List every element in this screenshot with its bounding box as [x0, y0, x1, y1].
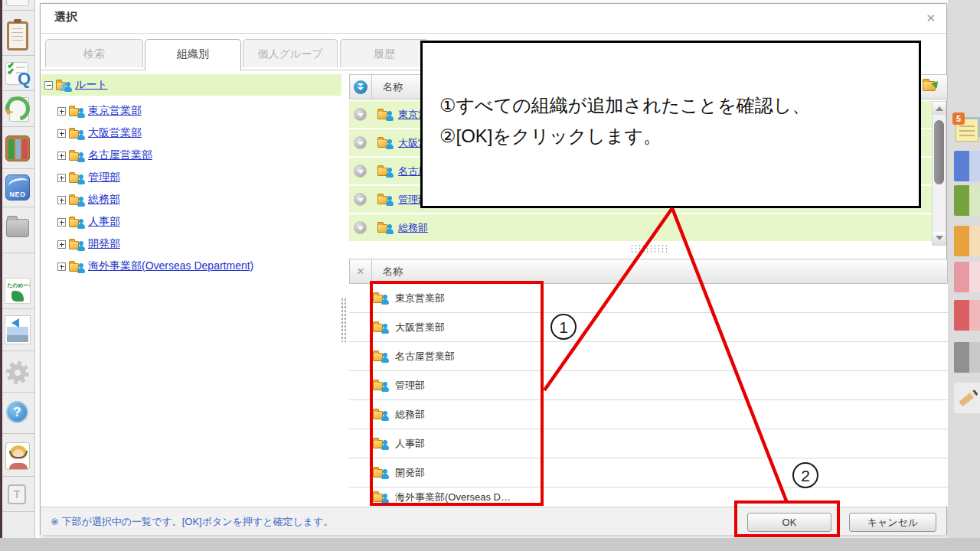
operator-body: [9, 463, 28, 470]
green-swatch[interactable]: [954, 185, 980, 216]
expand-icon[interactable]: [57, 107, 66, 116]
org-folder-icon: [69, 171, 85, 184]
org-folder-icon: [69, 127, 85, 140]
down-arrow-icon[interactable]: [354, 221, 367, 234]
slide-bottom-strip: [0, 538, 980, 551]
tree-item-link[interactable]: 総務部: [88, 193, 120, 207]
cancel-button[interactable]: キャンセル: [849, 513, 936, 532]
org-root-icon: [56, 79, 72, 92]
org-folder-icon: [69, 260, 85, 273]
announcement-banner-icon[interactable]: [5, 315, 31, 344]
org-folder-icon: [69, 105, 85, 118]
down-arrow-icon[interactable]: [354, 136, 367, 149]
partial-app-icon[interactable]: [6, 0, 29, 6]
org-folder-icon: [69, 194, 85, 207]
sticky-note-icon[interactable]: 5: [954, 112, 980, 146]
check-icon: [8, 68, 14, 75]
survey-app-icon[interactable]: Q: [5, 62, 28, 85]
tab-search[interactable]: 検索: [45, 39, 143, 67]
tab-history[interactable]: 履歴: [340, 39, 429, 67]
down-arrow-icon[interactable]: [354, 193, 367, 206]
t-glyph: T: [14, 488, 21, 500]
circulation-app-icon[interactable]: [9, 97, 29, 122]
support-operator-icon[interactable]: [5, 442, 30, 470]
tree-item-link[interactable]: 管理部: [88, 171, 120, 184]
selected-row-link[interactable]: 総務部: [398, 221, 428, 235]
tree-item: 海外事業部(Overseas Department): [57, 256, 253, 276]
red-swatch[interactable]: [954, 300, 980, 331]
neo-label: NEO: [6, 191, 29, 198]
close-icon[interactable]: ✕: [926, 11, 936, 25]
expand-icon[interactable]: [57, 262, 66, 271]
expand-icon[interactable]: [57, 174, 66, 182]
expand-icon[interactable]: [57, 218, 66, 227]
annotation-number-1: 1: [550, 314, 577, 340]
tab-by-organization[interactable]: 組織別: [145, 39, 241, 70]
pencil-icon[interactable]: [954, 383, 980, 413]
remove-all-cell[interactable]: ✕: [350, 259, 372, 283]
tree-item-link[interactable]: 人事部: [88, 215, 120, 229]
down-triangle-icon: [936, 236, 943, 244]
dialog-title: 選択: [54, 10, 77, 24]
tanomail-banner-icon[interactable]: たのめーる: [5, 278, 31, 304]
settings-gear-icon[interactable]: [6, 361, 29, 384]
tree-item-link[interactable]: 名古屋営業部: [88, 148, 152, 162]
binder-blue: [15, 139, 21, 159]
double-down-icon: [354, 80, 368, 94]
tree-root-link[interactable]: ルート: [75, 78, 108, 92]
tree-item-root: ルート: [44, 75, 108, 95]
down-arrow-icon[interactable]: [354, 165, 367, 178]
org-folder-icon: [377, 136, 394, 149]
selected-row: 総務部: [349, 214, 932, 241]
org-folder-icon: [377, 193, 394, 206]
count-badge: 5: [952, 112, 965, 125]
neo-app-icon[interactable]: NEO: [5, 174, 30, 201]
move-all-down-cell[interactable]: [350, 75, 372, 99]
expand-icon[interactable]: [57, 152, 66, 160]
tanomail-mascot: [11, 291, 24, 302]
scroll-down-button[interactable]: [933, 232, 946, 245]
name-column-header: 名称: [372, 265, 403, 279]
tree-item: 開発部: [57, 234, 120, 254]
pink-swatch[interactable]: [954, 262, 980, 292]
pencil-shape: [959, 390, 978, 406]
up-triangle-icon: [936, 103, 943, 111]
help-icon[interactable]: ?: [6, 401, 28, 423]
tab-personal-group[interactable]: 個人グループ: [243, 39, 338, 67]
list-lines: [16, 67, 25, 68]
expand-icon[interactable]: [57, 129, 66, 138]
collapse-icon[interactable]: [44, 81, 53, 90]
folder-app-icon[interactable]: [6, 219, 29, 237]
scroll-thumb[interactable]: [934, 120, 944, 184]
vertical-splitter-handle[interactable]: [341, 298, 348, 342]
folder-up-icon[interactable]: [923, 77, 941, 92]
document-manage-app-icon[interactable]: [5, 135, 30, 161]
horizontal-splitter-handle[interactable]: [630, 244, 667, 253]
text-tool-icon[interactable]: T: [8, 484, 26, 504]
screen: Q NEO たのめーる ?: [0, 0, 980, 551]
slide-right-strip: 5: [948, 0, 980, 538]
binder-red: [22, 139, 28, 159]
tree-item-link[interactable]: 開発部: [88, 237, 120, 251]
down-arrow-icon[interactable]: [354, 108, 367, 121]
tree-item: 名古屋営業部: [57, 145, 152, 165]
remove-all-icon: ✕: [357, 266, 365, 277]
org-folder-icon: [69, 238, 85, 251]
scroll-up-button[interactable]: [933, 102, 946, 115]
tree-item: 総務部: [57, 190, 120, 210]
clipboard-app-icon[interactable]: [7, 21, 28, 51]
instruction-callout: ①すべての組織が追加されたことを確認し、 ②[OK]をクリックします。: [420, 41, 921, 208]
megaphone-icon: [7, 318, 19, 328]
orange-swatch[interactable]: [954, 226, 980, 256]
expand-icon[interactable]: [57, 196, 66, 204]
blue-swatch[interactable]: [954, 151, 980, 181]
gray-swatch[interactable]: [954, 342, 980, 373]
expand-icon[interactable]: [57, 240, 66, 249]
help-glyph: ?: [13, 405, 21, 419]
tree-item: 管理部: [57, 168, 120, 187]
tree-item-link[interactable]: 東京営業部: [88, 104, 142, 118]
swoosh: [8, 176, 29, 191]
tree-item-link[interactable]: 大阪営業部: [88, 126, 142, 140]
tree-item-link[interactable]: 海外事業部(Overseas Department): [88, 259, 253, 273]
photo-thumb: [7, 327, 28, 342]
